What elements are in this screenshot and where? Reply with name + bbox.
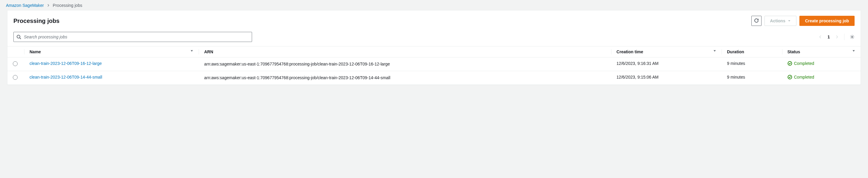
page-number: 1 [828,35,830,39]
actions-button[interactable]: Actions [765,16,797,26]
row-radio[interactable] [13,75,18,80]
settings-button[interactable] [850,35,855,39]
header-actions: Actions Create processing job [751,16,855,26]
page-prev-button[interactable] [818,35,822,39]
table-row: clean-train-2023-12-06T09-14-44-smallarn… [7,71,861,85]
status-badge: Completed [787,61,855,66]
check-circle-icon [787,61,792,66]
check-circle-icon [787,75,792,79]
search-input[interactable] [13,32,252,42]
divider [844,34,844,40]
job-duration: 9 minutes [721,58,782,71]
svg-point-1 [851,36,853,37]
table-header-row: Name ARN Creation time Duration [7,46,861,58]
create-processing-job-button[interactable]: Create processing job [799,16,855,26]
job-arn: arn:aws:sagemaker:us-east-1:709677954768… [199,71,611,85]
column-arn[interactable]: ARN [199,46,611,58]
job-name-link[interactable]: clean-train-2023-12-06T09-16-12-large [30,61,102,66]
table-row: clean-train-2023-12-06T09-16-12-largearn… [7,58,861,71]
column-duration-label: Duration [727,49,744,54]
page-next-button[interactable] [835,35,839,39]
column-duration[interactable]: Duration [721,46,782,58]
column-arn-label: ARN [204,49,213,54]
job-name-link[interactable]: clean-train-2023-12-06T09-14-44-small [30,75,102,79]
pager: 1 [818,34,855,40]
page-title: Processing jobs [13,17,60,25]
job-creation-time: 12/6/2023, 9:16:31 AM [611,58,721,71]
breadcrumb: Amazon SageMaker Processing jobs [0,0,868,10]
refresh-icon [754,18,759,24]
column-name[interactable]: Name [24,46,199,58]
actions-label: Actions [770,19,785,23]
job-duration: 9 minutes [721,71,782,85]
column-select [7,46,24,58]
job-arn: arn:aws:sagemaker:us-east-1:709677954768… [199,58,611,71]
search-box [13,32,252,42]
column-status[interactable]: Status [782,46,861,58]
sort-icon [852,49,855,52]
status-badge: Completed [787,75,855,79]
column-name-label: Name [30,49,41,54]
svg-point-0 [17,35,20,38]
caret-down-icon [788,19,791,23]
column-status-label: Status [787,49,800,54]
breadcrumb-current: Processing jobs [53,3,82,8]
job-creation-time: 12/6/2023, 9:15:06 AM [611,71,721,85]
sort-icon [713,49,716,52]
panel-header: Processing jobs Actions Create processin… [7,10,861,29]
status-text: Completed [794,61,814,66]
refresh-button[interactable] [751,16,762,26]
toolbar-row: 1 [7,29,861,46]
search-icon [17,35,21,39]
chevron-right-icon [47,4,50,7]
column-creation-time[interactable]: Creation time [611,46,721,58]
status-text: Completed [794,75,814,79]
breadcrumb-parent-link[interactable]: Amazon SageMaker [6,3,44,8]
jobs-table: Name ARN Creation time Duration [7,46,861,85]
sort-icon [190,49,193,52]
processing-jobs-panel: Processing jobs Actions Create processin… [7,10,861,85]
column-creation-time-label: Creation time [617,49,643,54]
row-radio[interactable] [13,61,18,66]
